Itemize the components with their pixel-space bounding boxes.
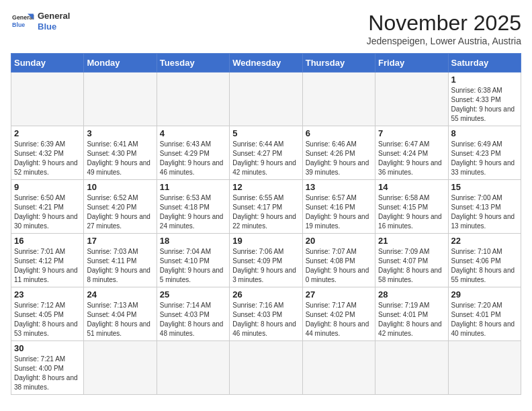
day-number: 6 [306, 128, 372, 138]
day-info: Sunrise: 7:01 AMSunset: 4:12 PMDaylight:… [14, 247, 81, 285]
calendar-cell: 2Sunrise: 6:39 AMSunset: 4:32 PMDaylight… [11, 126, 84, 180]
calendar-cell [302, 341, 375, 395]
calendar-cell [157, 341, 229, 395]
day-number: 23 [14, 289, 81, 300]
day-info: Sunrise: 7:00 AMSunset: 4:13 PMDaylight:… [451, 193, 518, 231]
day-info: Sunrise: 6:41 AMSunset: 4:30 PMDaylight:… [87, 140, 153, 177]
day-info: Sunrise: 6:44 AMSunset: 4:27 PMDaylight:… [232, 140, 299, 177]
day-number: 17 [87, 236, 153, 246]
day-info: Sunrise: 7:10 AMSunset: 4:06 PMDaylight:… [451, 247, 518, 285]
day-number: 28 [378, 289, 445, 300]
day-info: Sunrise: 6:47 AMSunset: 4:24 PMDaylight:… [378, 140, 445, 177]
day-number: 2 [14, 128, 81, 138]
logo-blue: Blue [38, 21, 56, 32]
day-info: Sunrise: 6:50 AMSunset: 4:21 PMDaylight:… [14, 193, 81, 231]
day-info: Sunrise: 6:55 AMSunset: 4:17 PMDaylight:… [232, 193, 299, 231]
calendar-cell: 16Sunrise: 7:01 AMSunset: 4:12 PMDayligh… [11, 234, 84, 287]
week-row-4: 16Sunrise: 7:01 AMSunset: 4:12 PMDayligh… [11, 234, 521, 287]
day-info: Sunrise: 6:49 AMSunset: 4:23 PMDaylight:… [451, 140, 518, 177]
weekday-header-sunday: Sunday [11, 54, 84, 73]
calendar-cell: 5Sunrise: 6:44 AMSunset: 4:27 PMDaylight… [230, 126, 302, 180]
logo-general: General [38, 11, 70, 21]
calendar-cell: 18Sunrise: 7:04 AMSunset: 4:10 PMDayligh… [157, 234, 229, 287]
weekday-header-thursday: Thursday [302, 54, 375, 73]
day-info: Sunrise: 6:58 AMSunset: 4:15 PMDaylight:… [378, 193, 445, 231]
svg-text:Blue: Blue [12, 21, 25, 28]
day-number: 27 [306, 289, 372, 300]
calendar-cell: 3Sunrise: 6:41 AMSunset: 4:30 PMDaylight… [84, 126, 157, 180]
calendar-cell: 29Sunrise: 7:20 AMSunset: 4:01 PMDayligh… [448, 287, 521, 341]
week-row-6: 30Sunrise: 7:21 AMSunset: 4:00 PMDayligh… [11, 341, 521, 395]
calendar-cell: 12Sunrise: 6:55 AMSunset: 4:17 PMDayligh… [230, 180, 302, 234]
title-block: November 2025 Jedenspeigen, Lower Austri… [367, 11, 521, 46]
calendar-cell: 11Sunrise: 6:53 AMSunset: 4:18 PMDayligh… [157, 180, 229, 234]
day-info: Sunrise: 7:14 AMSunset: 4:03 PMDaylight:… [160, 301, 226, 338]
calendar-cell [11, 73, 84, 126]
calendar-cell [84, 341, 157, 395]
calendar-cell: 23Sunrise: 7:12 AMSunset: 4:05 PMDayligh… [11, 287, 84, 341]
day-number: 8 [451, 128, 518, 138]
calendar-cell: 7Sunrise: 6:47 AMSunset: 4:24 PMDaylight… [375, 126, 448, 180]
logo: General Blue General Blue [11, 11, 70, 32]
day-number: 18 [160, 236, 226, 246]
day-number: 1 [451, 75, 518, 85]
calendar-cell [448, 341, 521, 395]
day-number: 24 [87, 289, 153, 300]
calendar-cell [375, 341, 448, 395]
calendar-cell: 27Sunrise: 7:17 AMSunset: 4:02 PMDayligh… [302, 287, 375, 341]
day-number: 20 [306, 236, 372, 246]
day-info: Sunrise: 7:21 AMSunset: 4:00 PMDaylight:… [14, 355, 81, 392]
weekday-header-monday: Monday [84, 54, 157, 73]
calendar-cell [84, 73, 157, 126]
day-info: Sunrise: 6:39 AMSunset: 4:32 PMDaylight:… [14, 140, 81, 177]
day-number: 15 [451, 182, 518, 192]
day-info: Sunrise: 7:09 AMSunset: 4:07 PMDaylight:… [378, 247, 445, 285]
day-info: Sunrise: 7:16 AMSunset: 4:03 PMDaylight:… [232, 301, 299, 338]
day-number: 9 [14, 182, 81, 192]
calendar-cell: 4Sunrise: 6:43 AMSunset: 4:29 PMDaylight… [157, 126, 229, 180]
calendar-cell: 6Sunrise: 6:46 AMSunset: 4:26 PMDaylight… [302, 126, 375, 180]
calendar-cell: 28Sunrise: 7:19 AMSunset: 4:01 PMDayligh… [375, 287, 448, 341]
day-info: Sunrise: 7:17 AMSunset: 4:02 PMDaylight:… [306, 301, 372, 338]
calendar-cell: 26Sunrise: 7:16 AMSunset: 4:03 PMDayligh… [230, 287, 302, 341]
day-number: 21 [378, 236, 445, 246]
calendar-cell: 24Sunrise: 7:13 AMSunset: 4:04 PMDayligh… [84, 287, 157, 341]
day-number: 11 [160, 182, 226, 192]
day-number: 5 [232, 128, 299, 138]
day-info: Sunrise: 7:12 AMSunset: 4:05 PMDaylight:… [14, 301, 81, 338]
day-info: Sunrise: 7:13 AMSunset: 4:04 PMDaylight:… [87, 301, 153, 338]
week-row-5: 23Sunrise: 7:12 AMSunset: 4:05 PMDayligh… [11, 287, 521, 341]
day-number: 30 [14, 343, 81, 353]
calendar-cell: 1Sunrise: 6:38 AMSunset: 4:33 PMDaylight… [448, 73, 521, 126]
calendar-body: 1Sunrise: 6:38 AMSunset: 4:33 PMDaylight… [11, 73, 521, 395]
day-number: 4 [160, 128, 226, 138]
calendar-cell: 15Sunrise: 7:00 AMSunset: 4:13 PMDayligh… [448, 180, 521, 234]
day-info: Sunrise: 6:46 AMSunset: 4:26 PMDaylight:… [306, 140, 372, 177]
weekday-header-wednesday: Wednesday [230, 54, 302, 73]
month-title: November 2025 [367, 11, 521, 36]
day-info: Sunrise: 7:03 AMSunset: 4:11 PMDaylight:… [87, 247, 153, 285]
day-number: 10 [87, 182, 153, 192]
calendar-cell: 22Sunrise: 7:10 AMSunset: 4:06 PMDayligh… [448, 234, 521, 287]
day-number: 25 [160, 289, 226, 300]
weekday-header-tuesday: Tuesday [157, 54, 229, 73]
calendar-cell: 25Sunrise: 7:14 AMSunset: 4:03 PMDayligh… [157, 287, 229, 341]
calendar-header: SundayMondayTuesdayWednesdayThursdayFrid… [11, 54, 521, 73]
week-row-3: 9Sunrise: 6:50 AMSunset: 4:21 PMDaylight… [11, 180, 521, 234]
day-number: 26 [232, 289, 299, 300]
day-info: Sunrise: 6:57 AMSunset: 4:16 PMDaylight:… [306, 193, 372, 231]
calendar-cell: 14Sunrise: 6:58 AMSunset: 4:15 PMDayligh… [375, 180, 448, 234]
calendar-cell: 17Sunrise: 7:03 AMSunset: 4:11 PMDayligh… [84, 234, 157, 287]
day-number: 7 [378, 128, 445, 138]
logo-icon: General Blue [11, 11, 35, 32]
day-info: Sunrise: 7:07 AMSunset: 4:08 PMDaylight:… [306, 247, 372, 285]
calendar-cell: 9Sunrise: 6:50 AMSunset: 4:21 PMDaylight… [11, 180, 84, 234]
calendar-cell: 10Sunrise: 6:52 AMSunset: 4:20 PMDayligh… [84, 180, 157, 234]
weekday-header-saturday: Saturday [448, 54, 521, 73]
day-info: Sunrise: 6:43 AMSunset: 4:29 PMDaylight:… [160, 140, 226, 177]
calendar-cell: 20Sunrise: 7:07 AMSunset: 4:08 PMDayligh… [302, 234, 375, 287]
calendar-cell [157, 73, 229, 126]
day-info: Sunrise: 6:53 AMSunset: 4:18 PMDaylight:… [160, 193, 226, 231]
weekday-row: SundayMondayTuesdayWednesdayThursdayFrid… [11, 54, 521, 73]
calendar-cell [375, 73, 448, 126]
